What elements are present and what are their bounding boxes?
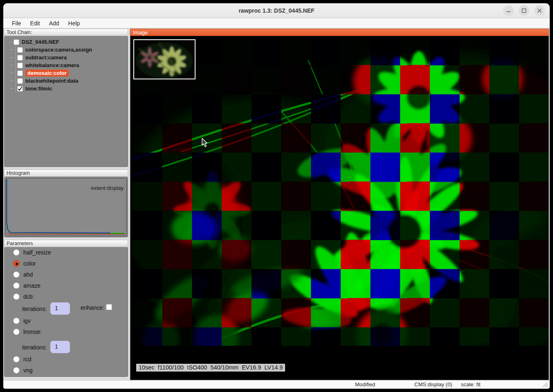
radio-vng[interactable]: vng bbox=[4, 367, 33, 374]
dcb-enhance-checkbox[interactable] bbox=[106, 304, 112, 310]
image-canvas[interactable]: 10sec f1100/100 ISO400 540/10mm EV16.9 L… bbox=[130, 36, 549, 380]
tool-chain-list: DSZ_0445.NEF colorspace:camera,assign su… bbox=[4, 36, 128, 167]
tool-chain-item-demosaic[interactable]: demosaic:color bbox=[4, 69, 128, 77]
radio-dcb[interactable]: dcb: bbox=[4, 293, 34, 300]
checkbox-unchecked[interactable] bbox=[17, 63, 23, 68]
radio-ahd[interactable]: ahd bbox=[4, 271, 33, 278]
radio-icon[interactable] bbox=[13, 249, 20, 256]
image-panel-header: Image bbox=[130, 29, 549, 36]
radio-lmmse[interactable]: lmmse: bbox=[4, 329, 42, 335]
histogram-panel: extent:display bbox=[4, 177, 128, 237]
checkbox-unchecked[interactable] bbox=[17, 55, 23, 61]
radio-icon[interactable] bbox=[13, 318, 20, 324]
histogram-plot[interactable]: extent:display bbox=[5, 178, 127, 236]
status-modified: Modified bbox=[355, 381, 375, 387]
tool-chain-item-whitebalance[interactable]: whitebalance:camera bbox=[4, 61, 128, 69]
menu-file[interactable]: File bbox=[7, 19, 26, 27]
tool-chain-header: Tool Chain: bbox=[4, 29, 128, 36]
window-title: rawproc 1.3: DSZ_0445.NEF bbox=[238, 7, 314, 14]
parameters-header: Parameters bbox=[4, 240, 128, 247]
menubar: File Edit Add Help bbox=[3, 18, 550, 28]
mouse-cursor-icon bbox=[202, 138, 208, 147]
checkbox-unchecked[interactable] bbox=[17, 70, 23, 76]
tool-chain-item-source[interactable]: DSZ_0445.NEF bbox=[4, 38, 128, 46]
check-icon bbox=[18, 86, 22, 91]
dcb-enhance-label: enhance: bbox=[81, 304, 104, 311]
histogram-header: Histogram bbox=[4, 169, 128, 177]
checkbox-unchecked[interactable] bbox=[13, 39, 19, 45]
status-cms: CMS:display (0) bbox=[414, 381, 452, 387]
radio-icon[interactable] bbox=[13, 356, 20, 363]
radio-icon[interactable] bbox=[13, 282, 20, 289]
tool-chain-item-colorspace[interactable]: colorspace:camera,assign bbox=[4, 46, 128, 54]
tool-chain-item-tone[interactable]: tone:filmic bbox=[4, 85, 128, 92]
thumbnail-scene bbox=[134, 40, 195, 79]
checkbox-unchecked[interactable] bbox=[17, 47, 23, 53]
maximize-icon bbox=[522, 8, 526, 13]
tool-chain-item-subtract[interactable]: subtract:camera bbox=[4, 54, 128, 61]
menu-add[interactable]: Add bbox=[45, 19, 64, 27]
status-scale: scale: fit bbox=[461, 381, 481, 387]
radio-icon[interactable] bbox=[13, 293, 20, 300]
maximize-button[interactable] bbox=[519, 5, 529, 16]
radio-selected-icon[interactable] bbox=[13, 260, 20, 267]
minimize-icon bbox=[506, 8, 511, 13]
radio-icon[interactable] bbox=[13, 367, 20, 374]
statusbar: Modified CMS:display (0) scale: fit bbox=[3, 380, 550, 389]
sidebar: Tool Chain: DSZ_0445.NEF colorspace:came… bbox=[3, 28, 130, 380]
checkbox-unchecked[interactable] bbox=[17, 78, 23, 84]
titlebar: rawproc 1.3: DSZ_0445.NEF bbox=[3, 3, 550, 18]
lmmse-iterations-input[interactable]: 1 bbox=[50, 341, 70, 353]
radio-amaze[interactable]: amaze bbox=[4, 282, 40, 289]
close-icon bbox=[537, 8, 542, 13]
dcb-iterations-label: iterations: bbox=[22, 306, 47, 312]
exif-info-label: 10sec f1100/100 ISO400 540/10mm EV16.9 L… bbox=[136, 364, 285, 372]
tool-chain-item-blackwhitepoint[interactable]: blackwhitepoint:data bbox=[4, 77, 128, 85]
minimize-button[interactable] bbox=[503, 5, 514, 16]
image-panel: Image bbox=[130, 28, 549, 380]
radio-rcd[interactable]: rcd bbox=[4, 356, 31, 363]
radio-igv[interactable]: igv bbox=[4, 318, 31, 324]
app-window: rawproc 1.3: DSZ_0445.NEF File Edit Add … bbox=[3, 3, 550, 389]
close-button[interactable] bbox=[534, 5, 545, 16]
menu-help[interactable]: Help bbox=[64, 19, 85, 27]
resize-grip[interactable] bbox=[542, 382, 548, 387]
lmmse-iterations-label: iterations: bbox=[22, 344, 47, 351]
demosaic-preview-image[interactable] bbox=[133, 36, 549, 346]
menu-edit[interactable]: Edit bbox=[26, 19, 45, 27]
histogram-extent-label: extent:display bbox=[91, 185, 124, 191]
bayer-mosaic-overlay bbox=[133, 36, 549, 346]
radio-icon[interactable] bbox=[13, 329, 20, 335]
checkbox-checked[interactable] bbox=[17, 86, 23, 92]
image-thumbnail[interactable] bbox=[133, 39, 196, 79]
parameters-panel: half_resize color ahd amaze dcb: bbox=[4, 247, 128, 377]
radio-half-resize[interactable]: half_resize bbox=[4, 249, 51, 256]
radio-color[interactable]: color bbox=[4, 260, 36, 267]
radio-icon[interactable] bbox=[13, 271, 20, 278]
dcb-iterations-input[interactable]: 1 bbox=[50, 302, 70, 315]
